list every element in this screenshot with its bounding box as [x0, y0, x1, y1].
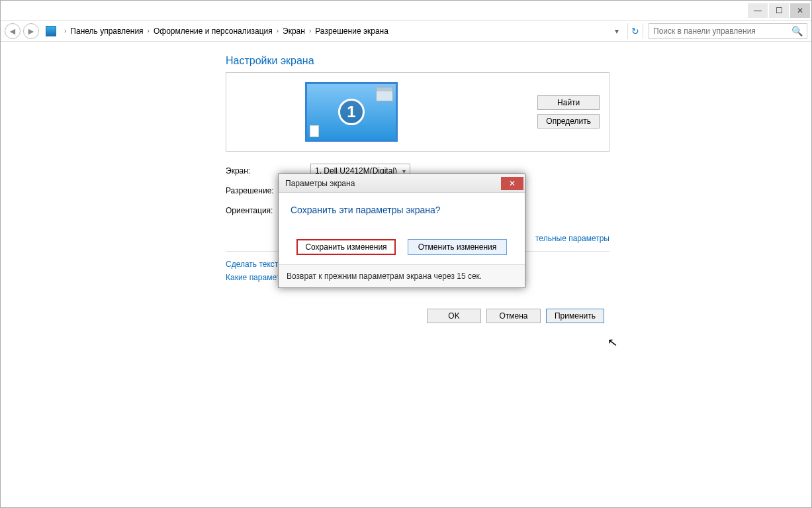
dialog-close-button[interactable]: ✕ [501, 177, 523, 190]
dialog-title-bar: Параметры экрана ✕ [279, 174, 525, 193]
chevron-right-icon: › [63, 27, 68, 34]
keep-settings-dialog: Параметры экрана ✕ Сохранить эти парамет… [278, 174, 525, 288]
breadcrumb: › Панель управления › Оформление и персо… [59, 26, 609, 36]
document-icon [310, 125, 319, 137]
mouse-cursor-icon: ↖ [607, 334, 619, 350]
chevron-right-icon: › [275, 27, 280, 34]
cancel-button[interactable]: Отмена [486, 309, 541, 323]
monitor-layout-preview[interactable]: 1 [295, 81, 408, 144]
search-box[interactable]: 🔍 [649, 23, 807, 39]
keep-changes-button[interactable]: Сохранить изменения [296, 239, 396, 255]
breadcrumb-item[interactable]: Панель управления [68, 26, 146, 36]
navigation-bar: ◄ ► › Панель управления › Оформление и п… [1, 21, 811, 42]
apply-button[interactable]: Применить [546, 309, 604, 323]
dialog-bottom-buttons: OK Отмена Применить [427, 309, 604, 323]
minimize-button[interactable]: — [748, 3, 768, 18]
dialog-title: Параметры экрана [285, 179, 355, 188]
window-title-bar: — ☐ ✕ [1, 1, 811, 21]
chevron-right-icon: › [308, 27, 312, 34]
section-title: Настройки экрана [226, 55, 609, 67]
dialog-footer-text: Возврат к прежним параметрам экрана чере… [279, 264, 525, 287]
text-size-link[interactable]: Сделать текст и [226, 260, 285, 269]
search-input[interactable] [653, 26, 786, 36]
nav-forward-button[interactable]: ► [23, 23, 39, 39]
control-panel-window: — ☐ ✕ ◄ ► › Панель управления › Оформлен… [0, 0, 812, 508]
detect-button[interactable]: Найти [537, 95, 600, 110]
window-icon [376, 87, 393, 101]
window-controls: — ☐ ✕ [748, 3, 811, 18]
nav-back-button[interactable]: ◄ [5, 23, 21, 39]
close-window-button[interactable]: ✕ [790, 3, 810, 18]
dialog-question: Сохранить эти параметры экрана? [291, 205, 513, 215]
identify-button[interactable]: Определить [537, 114, 600, 128]
revert-changes-button[interactable]: Отменить изменения [408, 239, 507, 255]
dialog-body: Сохранить эти параметры экрана? [279, 193, 525, 239]
dialog-button-row: Сохранить изменения Отменить изменения [279, 239, 525, 264]
breadcrumb-item[interactable]: Разрешение экрана [312, 26, 391, 36]
address-dropdown-icon[interactable]: ▾ [611, 26, 622, 36]
monitor-preview-box: 1 Найти Определить [226, 72, 609, 152]
monitor-number-label: 1 [338, 99, 365, 125]
breadcrumb-item[interactable]: Экран [280, 26, 308, 36]
ok-button[interactable]: OK [427, 309, 481, 323]
advanced-settings-link[interactable]: тельные параметры [535, 234, 609, 243]
chevron-right-icon: › [146, 27, 151, 34]
monitor-1[interactable]: 1 [305, 82, 398, 142]
control-panel-icon [46, 26, 56, 36]
breadcrumb-item[interactable]: Оформление и персонализация [151, 26, 275, 36]
refresh-button[interactable]: ↻ [627, 23, 643, 39]
preview-side-buttons: Найти Определить [537, 95, 600, 128]
search-icon[interactable]: 🔍 [791, 26, 803, 36]
which-settings-link[interactable]: Какие параметр [226, 273, 285, 282]
maximize-button[interactable]: ☐ [769, 3, 789, 18]
